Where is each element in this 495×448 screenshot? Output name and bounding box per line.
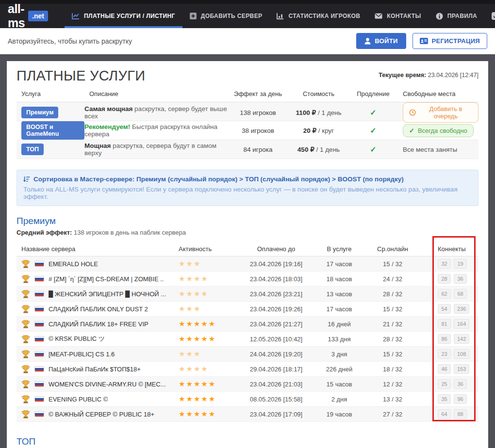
activity-stars: ★★★★ [177, 289, 209, 298]
service-row-premium: Премиум Самая мощная раскрутка, сервер б… [16, 102, 478, 121]
premium-average-effect: Средний эффект: 138 игроков в день на па… [16, 229, 478, 236]
column-header: Оплачено до [240, 245, 313, 253]
activity-stars: ★★★★★ [177, 335, 216, 343]
connect-count-badge: 81 [438, 319, 451, 329]
russia-flag-icon [34, 381, 44, 387]
in-service-duration: 18 часов [313, 275, 366, 283]
connect-count-badge: 64 [438, 409, 451, 419]
server-name-link[interactable]: EVENING PUBLIC © [49, 396, 108, 403]
server-name-cell: EMERALD HOLE [16, 260, 177, 268]
top-strip [0, 0, 495, 4]
paid-until: 29.04.2026 [18:17] [240, 366, 313, 373]
server-name-link[interactable]: СЛАДКИЙ ПАБЛИК 18+ FREE VIP [49, 320, 148, 328]
service-row-boost: BOOST и GameMenu Рекомендуем! Быстрая ра… [16, 121, 478, 140]
register-button[interactable]: РЕГИСТРАЦИЯ [412, 33, 487, 49]
server-name-cell: © KRSK PUBLIC ツ [16, 335, 177, 343]
server-row: СЛАДКИЙ ПАБЛИК 18+ FREE VIP★★★★★23.04.20… [16, 317, 478, 332]
plus-square-icon [190, 13, 197, 19]
connect-count-badge: 236 [454, 304, 469, 314]
nav-item-label: ДОБАВИТЬ СЕРВЕР [201, 13, 263, 19]
auth-bar: Авторизуйтесь, чтобы купить раскрутку ВО… [0, 28, 495, 54]
paid-until: 24.04.2026 [19:20] [240, 351, 313, 358]
server-name-link[interactable]: # [ZM] ´η` [Z][M] CS-DREAM | ZOMBIE .. [49, 275, 164, 283]
russia-flag-icon [34, 306, 44, 312]
svg-text:vk: vk [494, 15, 495, 19]
nav-item-contacts[interactable]: КОНТАКТЫ [367, 4, 428, 28]
connects-cell: 2836 [419, 274, 478, 284]
slots-status-text: Все места заняты [403, 146, 457, 153]
server-name-link[interactable]: WOMEN'CS DIVINE-ARMY.RU © [MEC... [49, 381, 166, 388]
connect-count-badge: 108 [454, 349, 469, 359]
activity-stars: ★★★★★ [177, 320, 216, 328]
column-header: Название сервера [16, 245, 177, 253]
nav-item-label: ПРАВИЛА [447, 13, 477, 19]
connects-cell: 3219 [419, 259, 478, 269]
connects-cell: 46153 [419, 364, 478, 374]
russia-flag-icon [34, 321, 44, 327]
paid-until: 12.05.2026 [10:42] [240, 336, 313, 343]
average-online: 21 / 32 [366, 320, 419, 328]
sorting-info-box: Сортировка в Мастер-сервере: Премиум (сл… [16, 170, 478, 206]
server-name-cell: СЛАДКИЙ ПАБЛИК 18+ FREE VIP [16, 320, 177, 328]
services-table-header: Услуга Описание Эффект за день Стоимость… [16, 86, 478, 102]
server-name-link[interactable]: © ВАЖНЫЙ СЕРВЕР © PUBLIC 18+ [49, 411, 154, 418]
connects-cell: 6488 [419, 409, 478, 419]
connect-count-badge: 86 [438, 334, 451, 344]
activity-stars: ★★★★ [177, 274, 209, 283]
russia-flag-icon [34, 411, 44, 417]
server-row: ПаЦаНсКий ПаБлИк $ТОП$18+★★★★29.04.2026 … [16, 362, 478, 377]
service-badge[interactable]: BOOST и GameMenu [21, 121, 84, 140]
paid-until: 23.04.2026 [21:27] [240, 320, 313, 328]
server-name-link[interactable]: [MEAT-PUBLIC] CS 1.6 [49, 351, 115, 358]
envelope-icon [375, 13, 382, 19]
service-price-suffix: / круг [316, 127, 334, 134]
login-button[interactable]: ВОЙТИ [356, 33, 406, 49]
check-icon: ✓ [409, 127, 414, 134]
trophy-icon [21, 335, 30, 343]
nav-item-add-server[interactable]: ДОБАВИТЬ СЕРВЕР [182, 4, 270, 28]
column-header: В услуге [313, 245, 366, 253]
connect-count-badge: 46 [438, 364, 451, 374]
server-name-link[interactable]: © KRSK PUBLIC ツ [49, 335, 105, 343]
clock-icon [409, 109, 416, 116]
in-service-duration: 16 дней [313, 320, 366, 328]
paid-until: 23.04.2026 [23:21] [240, 290, 313, 298]
nav-item-vk[interactable]: vk VK [484, 4, 495, 28]
connects-cell: 23108 [419, 349, 478, 359]
logo-tld-badge: .net [28, 11, 48, 21]
nav-item-label: КОНТАКТЫ [387, 13, 421, 19]
add-to-queue-button[interactable]: Добавить в очередь [403, 102, 478, 123]
server-name-link[interactable]: █ ЖЕНСКИЙ ЭПИЦЕНТР █ НОЧНОЙ ... [49, 290, 166, 298]
server-name-cell: СЛАДКИЙ ПАБЛИК ONLY DUST 2 [16, 305, 177, 313]
service-badge[interactable]: Премиум [21, 107, 58, 118]
trophy-icon [21, 320, 30, 328]
connects-cell: 86142 [419, 334, 478, 344]
service-badge[interactable]: ТОП [21, 144, 44, 155]
top-section-title[interactable]: ТОП [16, 436, 478, 447]
premium-section-title[interactable]: Премиум [16, 216, 478, 226]
login-button-label: ВОЙТИ [375, 37, 397, 45]
nav-item-rules[interactable]: ПРАВИЛА [429, 4, 484, 28]
page-title: ПЛАТНЫЕ УСЛУГИ [16, 68, 145, 84]
server-row: © KRSK PUBLIC ツ★★★★★12.05.2026 [10:42]13… [16, 332, 478, 347]
in-service-duration: 17 часов [313, 260, 366, 268]
column-header: Ср.онлайн [366, 245, 419, 253]
column-header: Эффект за день [230, 90, 286, 97]
average-online: 15 / 32 [366, 305, 419, 313]
trophy-icon [21, 260, 30, 268]
column-header: Стоимость [286, 90, 351, 97]
server-name-link[interactable]: EMERALD HOLE [49, 260, 98, 268]
current-time-label: Текущее время: [379, 72, 426, 79]
nav-item-player-stats[interactable]: СТАТИСТИКА ИГРОКОВ [269, 4, 367, 28]
server-name-link[interactable]: ПаЦаНсКий ПаБлИк $ТОП$18+ [49, 366, 141, 373]
connect-count-badge: 142 [454, 334, 469, 344]
trophy-icon [21, 350, 30, 358]
nav-item-paid-services[interactable]: ПЛАТНЫЕ УСЛУГИ / ЛИСТИНГ [65, 4, 182, 28]
logo[interactable]: all-ms .net [8, 4, 48, 28]
russia-flag-icon [34, 366, 44, 372]
server-name-link[interactable]: СЛАДКИЙ ПАБЛИК ONLY DUST 2 [49, 305, 148, 313]
trophy-icon [21, 365, 30, 373]
server-row: # [ZM] ´η` [Z][M] CS-DREAM | ZOMBIE ..★★… [16, 272, 478, 287]
service-price-amount: 1100 ₽ [296, 109, 316, 116]
connect-count-badge: 28 [438, 274, 451, 284]
